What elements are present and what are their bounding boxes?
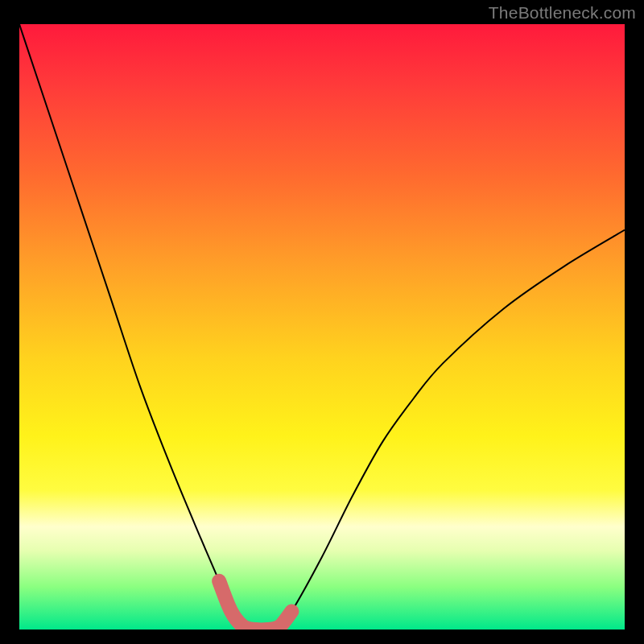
curve-layer (19, 24, 625, 630)
trough-highlight (219, 581, 291, 630)
bottleneck-curve (19, 24, 625, 630)
watermark-text: TheBottleneck.com (489, 3, 636, 23)
chart-frame: TheBottleneck.com (0, 0, 644, 644)
plot-area (19, 24, 625, 630)
